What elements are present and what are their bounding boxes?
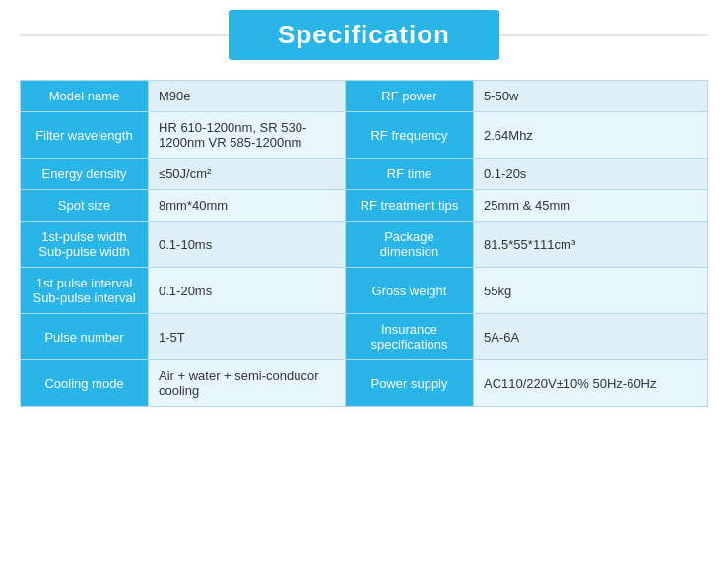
left-value-cell: 0.1-20ms xyxy=(149,268,346,314)
page-title: Specification xyxy=(229,10,499,60)
right-value-cell: 2.64Mhz xyxy=(474,112,708,159)
right-label-cell: Insurance specifications xyxy=(346,314,474,360)
left-value-cell: HR 610-1200nm, SR 530-1200nm VR 585-1200… xyxy=(149,112,346,159)
right-label-cell: Package dimension xyxy=(346,222,474,268)
right-label-cell: RF treatment tips xyxy=(346,190,474,222)
right-value-cell: 55kg xyxy=(474,268,708,314)
right-label-cell: RF time xyxy=(346,159,474,190)
right-label-cell: RF power xyxy=(346,81,474,112)
left-label-cell: Filter wavelength xyxy=(21,112,149,159)
left-value-cell: M90e xyxy=(149,81,346,112)
right-value-cell: 25mm & 45mm xyxy=(474,190,708,222)
right-value-cell: 5A-6A xyxy=(474,314,708,360)
left-label-cell: Spot size xyxy=(21,190,149,222)
left-label-cell: 1st pulse interval Sub-pulse interval xyxy=(21,268,149,314)
right-label-cell: Power supply xyxy=(346,360,474,407)
left-label-cell: Cooling mode xyxy=(21,360,149,407)
page-wrapper: Specification Model nameM90eRF power5-50… xyxy=(0,0,728,426)
right-value-cell: AC110/220V±10% 50Hz-60Hz xyxy=(474,360,708,407)
left-value-cell: 8mm*40mm xyxy=(149,190,346,222)
title-area: Specification xyxy=(20,10,708,60)
right-value-cell: 5-50w xyxy=(474,81,708,112)
right-label-cell: RF frequency xyxy=(346,112,474,159)
left-label-cell: Pulse number xyxy=(21,314,149,360)
left-label-cell: Model name xyxy=(21,81,149,112)
spec-table: Model nameM90eRF power5-50wFilter wavele… xyxy=(20,80,708,407)
left-label-cell: Energy density xyxy=(21,159,149,190)
left-label-cell: 1st-pulse width Sub-pulse width xyxy=(21,222,149,268)
right-value-cell: 0.1-20s xyxy=(474,159,708,190)
right-value-cell: 81.5*55*111cm³ xyxy=(474,222,708,268)
left-value-cell: 1-5T xyxy=(149,314,346,360)
right-label-cell: Gross weight xyxy=(346,268,474,314)
left-value-cell: 0.1-10ms xyxy=(149,222,346,268)
left-value-cell: Air + water + semi-conducor cooling xyxy=(149,360,346,407)
left-value-cell: ≤50J/cm² xyxy=(149,159,346,190)
